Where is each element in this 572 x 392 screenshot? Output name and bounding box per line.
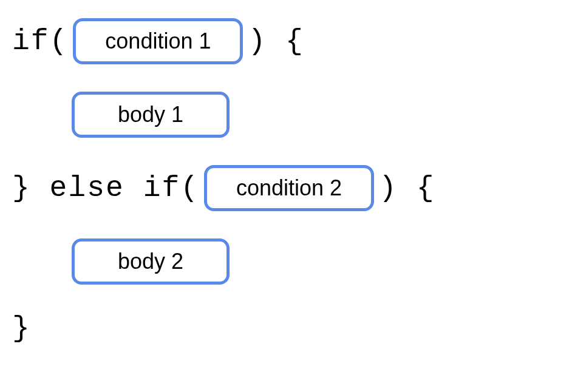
- if-keyword: if(: [12, 25, 68, 58]
- if-line: if( condition 1 ) {: [12, 18, 560, 64]
- else-if-keyword: } else if(: [12, 172, 199, 204]
- body-2-line: body 2: [67, 238, 560, 285]
- if-open-brace: ) {: [248, 25, 304, 58]
- body-1-line: body 1: [67, 92, 560, 138]
- else-if-open-brace: ) {: [379, 172, 435, 204]
- body-2-box: body 2: [72, 238, 230, 285]
- close-brace: }: [12, 312, 31, 345]
- close-brace-line: }: [12, 312, 560, 345]
- body-1-box: body 1: [72, 92, 230, 138]
- else-if-line: } else if( condition 2 ) {: [12, 165, 560, 211]
- condition-2-box: condition 2: [204, 165, 374, 211]
- condition-1-box: condition 1: [73, 18, 243, 64]
